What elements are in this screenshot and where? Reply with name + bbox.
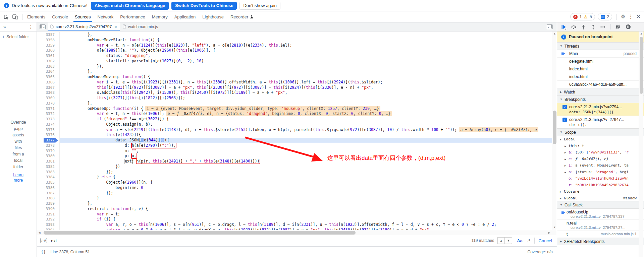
breakpoint-item[interactable]: ✓core.v2.21.3.min.js?v=2794...data: JSON… [557,103,644,116]
code-line-3370[interactable]: 3370 }, [37,101,552,106]
gutter-line-3364[interactable]: 3364 [37,69,60,74]
editor-vertical-scrollbar[interactable]: ▲ ▼ [552,31,557,230]
code-line-3392[interactable]: 3392 if (i) { [37,217,552,222]
scrollbar-thumb[interactable] [640,37,643,94]
scroll-up-icon[interactable]: ▲ [552,31,557,36]
gutter-line-3361[interactable]: 3361 [37,53,60,59]
code-line-3372[interactable]: 3372 var e = t, n = this[e(1006)];e = ƒ … [37,111,552,117]
code-line-3383[interactable]: 3383 }); [37,170,552,175]
device-toolbar-icon[interactable] [12,14,18,19]
find-mode-icon[interactable]: ⇄A [40,238,47,243]
callstack-section-header[interactable]: ▼Call Stack [557,201,644,209]
tab-sources[interactable]: Sources [71,11,94,22]
code-line-3362[interactable]: 3362 startLeft: parseInt(n[e(1027)](0, -… [37,59,552,64]
regex-button[interactable]: .* [527,238,530,243]
gutter-line-3381[interactable]: 3381 [37,159,60,164]
gutter-line-3373[interactable]: 3373 [37,117,60,122]
thread-item-main[interactable]: Mainpaused [557,50,644,58]
gutter-line-3375[interactable]: 3375 [37,127,60,133]
scrollbar-thumb[interactable] [553,111,556,144]
tab-application[interactable]: Application [171,11,199,22]
code-line-3375[interactable]: 3375 var a = s[e(2219)](this[e(3148)], d… [37,127,552,133]
checkbox-checked-icon[interactable]: ✓ [562,105,567,109]
gutter-line-3377[interactable]: 3377 [37,138,60,143]
code-line-3369[interactable]: 3369 this[i(3271)](this[i(1822)][i(2563)… [37,95,552,101]
code-line-3361[interactable]: 3361 status: "dragging", [37,53,552,59]
thread-item-index-html[interactable]: index.html [557,65,644,73]
code-line-3364[interactable]: 3364 }, [37,69,552,74]
gutter-line-3392[interactable]: 3392 [37,217,60,222]
gutter-line-3372[interactable]: 3372 [37,111,60,117]
scope-var-n[interactable]: ▶n: {status: 'dragend', begi [557,169,644,176]
scope-var-r[interactable]: r: "b9b1a10b195b45b29832634 [557,182,644,189]
callstack-frame-t[interactable]: tmusic-corona.min.js:1 [557,231,644,238]
scope-var-o[interactable]: o: "ywzEd14yjIujHuNxFIzuvVn [557,175,644,182]
code-line-3359[interactable]: 3359 var e = t, n = o[e(1124)](this[e(19… [37,43,552,48]
code-line-3358[interactable]: 3358 onMouseMoveStart: function(i) { [37,38,552,43]
scroll-down-icon[interactable]: ▼ [552,225,557,230]
tab-memory[interactable]: Memory [149,11,171,22]
file-tab-core-v2-21-3-min-js-v-2794797[interactable]: core.v2.21.3.min.js?v=2794797× [48,22,120,31]
always-match-chrome-s-language-button[interactable]: Always match Chrome's language [91,2,169,10]
gear-icon[interactable]: ⚙ [621,14,625,19]
code-line-3394[interactable]: 3394 return a = v < 0 ? 0 : v > f ? f : … [37,228,552,230]
tab-lighthouse[interactable]: Lighthouse [199,11,227,22]
gutter-line-3357[interactable]: 3357 [37,32,60,38]
code-line-3377[interactable]: 3377 data: JSON[e(344)]({ [37,138,552,143]
gutter-line-3369[interactable]: 3369 [37,95,60,101]
tab-recorder[interactable]: Recorder [227,11,257,22]
code-line-3391[interactable]: 3391 var n = t; [37,212,552,217]
code-line-3390[interactable]: 3390 restrict: function(i, e) { [37,206,552,212]
console-errors-warnings-badge[interactable]: ✕1 ⚠5 [570,13,595,20]
gutter-line-3384[interactable]: 3384 [37,175,60,180]
gutter-line-3360[interactable]: 3360 [37,48,60,53]
inspect-icon[interactable] [3,14,9,20]
code-line-3357[interactable]: 3357 }, [37,32,552,38]
scroll-left-icon[interactable]: ◀ [37,230,42,235]
gutter-line-3371[interactable]: 3371 [37,106,60,112]
step-into-icon[interactable] [581,24,586,29]
step-icon[interactable] [600,24,606,29]
scope-var-this[interactable]: ▶this: t [557,143,644,149]
tab-console[interactable]: Console [49,11,71,22]
gutter-line-3385[interactable]: 3385 [37,180,60,185]
code-line-3365[interactable]: 3365 onMouseMoving: function() { [37,74,552,80]
code-line-3379[interactable]: 3379 m: "", [37,148,552,154]
scope-var-i[interactable]: ▶i: a {event: MouseEvent, ta [557,162,644,169]
watch-section-header[interactable]: ▶Watch [557,88,644,96]
code-line-3384[interactable]: 3384 } else { [37,175,552,180]
gutter-line-3378[interactable]: 3378 [37,143,60,148]
scope-section-header[interactable]: ▼Scope [557,128,644,136]
close-icon[interactable]: ✕ [636,14,641,19]
tab-elements[interactable]: Elements [24,11,49,22]
search-input[interactable] [50,238,471,244]
gutter-line-3383[interactable]: 3383 [37,170,60,175]
paused-column-marker[interactable] [141,138,144,142]
gutter-line-3394[interactable]: 3394 [37,228,60,230]
learn-more-link[interactable]: Learn more [11,172,26,183]
paused-column-marker[interactable] [161,138,164,142]
select-folder-button[interactable]: + Select folder [0,31,37,42]
checkbox-checked-icon[interactable]: ✓ [562,118,567,122]
match-case-button[interactable]: Aa [517,238,523,243]
scope-local-row[interactable]: ▼Local [557,136,644,143]
sidebar-scrollbar[interactable]: ▲ [639,31,643,257]
gutter-line-3379[interactable]: 3379 [37,148,60,154]
code-line-3389[interactable]: 3389 }, [37,201,552,206]
scope-closure-row[interactable]: ▶Closure [557,188,644,195]
gutter-line-3359[interactable]: 3359 [37,43,60,48]
next-match-icon[interactable]: ▼ [505,237,512,244]
code-line-3373[interactable]: 3373 if ("dragend" !== n[e(3022)]) { [37,117,552,122]
gutter-line-3389[interactable]: 3389 [37,201,60,206]
scrollbar-thumb[interactable] [44,231,356,235]
resume-icon[interactable] [561,24,566,29]
code-line-3376[interactable]: 3376 this[e(1423)]({ [37,132,552,138]
gutter-line-3388[interactable]: 3388 [37,196,60,201]
cancel-button[interactable]: Cancel [539,238,552,243]
breakpoints-section-header[interactable]: ▼Breakpoints [557,95,644,103]
code-line-3382[interactable]: 3382 }) [37,164,552,170]
scroll-up-icon[interactable]: ▲ [639,32,644,35]
code-line-3388[interactable]: 3388 } [37,196,552,201]
gutter-line-3387[interactable]: 3387 [37,191,60,196]
navigator-menu-icon[interactable]: ⋮ [29,24,33,29]
